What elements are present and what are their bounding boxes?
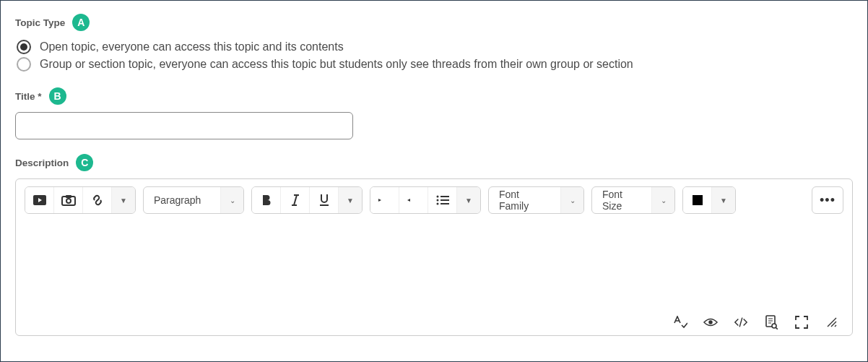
caret-down-icon: ⌄ (220, 187, 243, 213)
spellcheck-icon (673, 316, 687, 329)
topic-type-label: Topic Type (15, 17, 65, 28)
more-icon: ••• (820, 193, 836, 208)
insert-group: ▼ (25, 186, 136, 214)
title-section: Title * B (15, 87, 853, 139)
svg-point-6 (436, 199, 438, 202)
radio-open-topic[interactable]: Open topic, everyone can access this top… (17, 40, 853, 54)
radio-group-topic[interactable]: Group or section topic, everyone can acc… (17, 57, 853, 72)
title-header: Title * B (15, 87, 853, 105)
color-swatch-icon (693, 195, 703, 205)
svg-point-4 (66, 199, 71, 203)
svg-point-7 (436, 203, 438, 205)
badge-b: B (49, 87, 66, 105)
camera-icon (61, 194, 76, 206)
paragraph-value: Paragraph (144, 194, 220, 206)
insert-media-button[interactable] (25, 187, 54, 213)
indent-icon (378, 195, 391, 205)
paragraph-select[interactable]: Paragraph ⌄ (143, 186, 244, 214)
title-label: Title * (15, 91, 42, 102)
caret-down-icon: ⌄ (560, 187, 583, 213)
insert-dropdown[interactable]: ▼ (112, 187, 135, 213)
svg-rect-3 (66, 195, 71, 198)
description-label: Description (15, 158, 69, 168)
radio-label: Group or section topic, everyone can acc… (40, 58, 633, 71)
list-group: ▼ (370, 186, 481, 214)
editor-footer (16, 309, 852, 335)
badge-c: C (76, 154, 93, 171)
source-button[interactable] (734, 315, 748, 329)
resize-icon (826, 316, 838, 328)
search-page-button[interactable] (764, 315, 778, 329)
bullet-list-button[interactable] (428, 187, 457, 213)
underline-button[interactable] (310, 187, 339, 213)
play-video-icon (33, 195, 46, 205)
caret-down-icon: ▼ (465, 197, 472, 204)
radio-circle-icon (17, 57, 31, 72)
editor-box: ▼ Paragraph ⌄ (15, 178, 853, 336)
color-group: ▼ (682, 186, 736, 214)
badge-a: A (72, 14, 90, 31)
outdent-icon (407, 195, 420, 205)
font-family-select[interactable]: Font Family ⌄ (488, 186, 584, 214)
list-dropdown[interactable]: ▼ (457, 187, 480, 213)
color-dropdown[interactable]: ▼ (712, 187, 735, 213)
svg-point-8 (708, 320, 712, 324)
eye-icon (703, 317, 718, 327)
caret-down-icon: ▼ (720, 197, 727, 204)
indent-button[interactable] (370, 187, 399, 213)
outdent-button[interactable] (399, 187, 428, 213)
bold-button[interactable] (252, 187, 281, 213)
editor-body[interactable] (16, 221, 852, 309)
resize-handle[interactable] (825, 315, 839, 329)
caret-down-icon: ▼ (120, 197, 127, 204)
font-size-value: Font Size (592, 189, 651, 212)
form-container: Topic Type A Open topic, everyone can ac… (0, 0, 868, 362)
topic-type-radio-group: Open topic, everyone can access this top… (15, 40, 853, 72)
topic-type-section: Topic Type A Open topic, everyone can ac… (15, 14, 853, 72)
link-icon (91, 194, 104, 207)
font-size-select[interactable]: Font Size ⌄ (591, 186, 675, 214)
bullet-list-icon (436, 195, 449, 205)
insert-image-button[interactable] (54, 187, 83, 213)
editor-toolbar: ▼ Paragraph ⌄ (16, 179, 852, 221)
title-input[interactable] (15, 112, 353, 139)
code-icon (734, 317, 748, 327)
expand-icon (795, 316, 808, 329)
italic-icon (291, 194, 300, 206)
text-style-dropdown[interactable]: ▼ (339, 187, 362, 213)
spellcheck-button[interactable] (673, 315, 687, 329)
bold-icon (261, 194, 272, 206)
more-button[interactable]: ••• (812, 186, 843, 214)
underline-icon (319, 194, 329, 207)
caret-down-icon: ⌄ (651, 187, 674, 213)
radio-circle-icon (17, 40, 31, 54)
description-section: Description C ▼ (15, 154, 853, 336)
caret-down-icon: ▼ (347, 197, 354, 204)
text-style-group: ▼ (251, 186, 363, 214)
insert-link-button[interactable] (83, 187, 112, 213)
font-family-value: Font Family (489, 189, 560, 212)
page-search-icon (765, 315, 778, 329)
preview-button[interactable] (703, 315, 718, 329)
topic-type-header: Topic Type A (15, 14, 853, 31)
italic-button[interactable] (281, 187, 310, 213)
svg-point-5 (436, 196, 438, 198)
fullscreen-button[interactable] (794, 315, 809, 329)
text-color-button[interactable] (683, 187, 712, 213)
description-header: Description C (15, 154, 853, 171)
radio-label: Open topic, everyone can access this top… (40, 40, 344, 53)
radio-selected-dot (20, 43, 27, 51)
